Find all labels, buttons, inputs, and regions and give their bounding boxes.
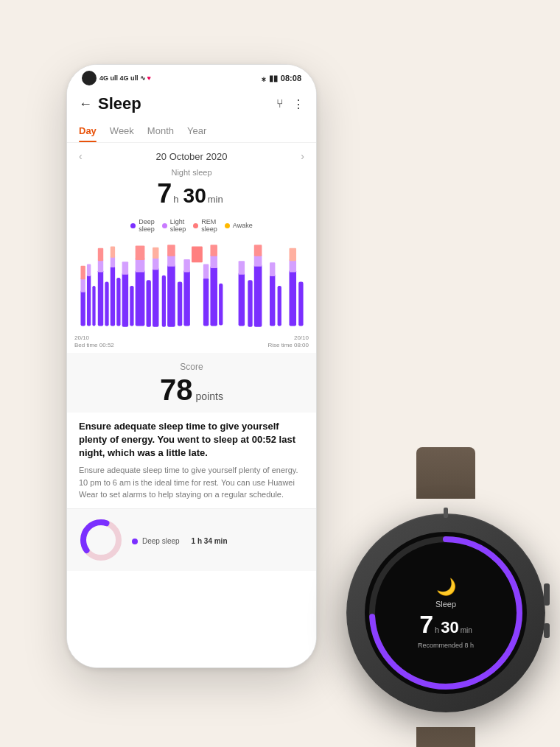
score-unit: points [196,390,223,402]
svg-rect-33 [153,258,158,270]
svg-rect-6 [111,266,115,326]
svg-rect-11 [147,280,151,326]
battery-icon: ▮▮ [269,74,278,83]
svg-rect-27 [80,278,85,292]
svg-rect-21 [248,280,252,326]
wifi-icon: ∿ [140,74,146,82]
svg-rect-31 [122,262,128,274]
advice-normal: Ensure adequate sleep time to give yours… [67,464,316,508]
signal-text: 4G ull 4G ull [99,74,139,82]
sleep-duration: 7 h 30 min [67,178,316,209]
svg-rect-5 [105,282,108,326]
chart-time-labels: 20/10 Bed time 00:52 20/10 Rise time 08:… [74,333,309,351]
svg-rect-22 [254,264,262,327]
date-nav: ‹ 20 October 2020 › [67,143,316,165]
score-number: 78 [160,374,193,407]
svg-rect-19 [219,284,223,326]
chart-start-label: 20/10 Bed time 00:52 [74,334,114,350]
sleep-minutes: 30 [183,184,206,208]
svg-rect-1 [80,290,85,326]
svg-rect-37 [210,254,217,268]
svg-rect-38 [239,261,245,275]
watch-hours: 7 [419,610,433,639]
svg-rect-12 [153,267,158,327]
svg-rect-13 [162,276,166,327]
watch-minutes: 30 [441,618,458,637]
svg-rect-28 [87,264,91,276]
watch-crown [444,508,448,518]
svg-rect-3 [92,286,95,326]
svg-rect-9 [130,286,133,326]
deep-sleep-stage-label: Deep sleep [142,537,180,545]
back-button[interactable]: ← [79,97,92,112]
watch-screen: 🌙 Sleep 7 h 30 min Recommended 8 h [365,532,527,694]
deep-sleep-label: Deepsleep [139,218,155,233]
svg-rect-44 [111,247,115,258]
tab-day[interactable]: Day [79,121,97,142]
svg-rect-46 [153,248,158,259]
watch-button-bottom [544,623,550,638]
tabs: Day Week Month Year [67,121,316,143]
svg-rect-48 [192,247,203,263]
svg-rect-26 [298,282,303,326]
svg-rect-29 [98,259,103,272]
watch-body: 🌙 Sleep 7 h 30 min Recommended 8 h [346,513,545,712]
svg-rect-36 [203,264,209,279]
watch-recommended: Recommended 8 h [418,642,474,649]
svg-rect-47 [167,245,175,256]
sleep-hours-unit: h [173,194,178,205]
tab-week[interactable]: Week [110,121,134,142]
watch-sleep-label: Sleep [435,600,456,609]
next-date-button[interactable]: › [301,150,304,162]
tab-month[interactable]: Month [147,121,174,142]
svg-rect-43 [98,248,103,261]
deep-sleep-stage-time: 1 h 34 min [192,537,228,545]
score-value: 78 points [67,374,316,407]
svg-rect-24 [278,286,281,326]
svg-rect-20 [239,272,245,326]
light-sleep-label: Lightsleep [170,218,186,233]
svg-rect-51 [290,248,297,261]
phone: 4G ull 4G ull ∿ ♥ ⁎ ▮▮ 08:08 ← Sleep ⑂ ⋮ [66,64,317,668]
awake-label: Awake [233,222,253,229]
tab-year[interactable]: Year [187,121,206,142]
svg-rect-2 [87,274,91,326]
svg-rect-45 [136,245,145,260]
app-header: ← Sleep ⑂ ⋮ [67,88,316,121]
watch-time-display: 7 h 30 min [419,610,472,639]
status-bar: 4G ull 4G ull ∿ ♥ ⁎ ▮▮ 08:08 [67,65,316,88]
svg-rect-25 [290,270,297,326]
svg-rect-34 [167,254,175,266]
donut-label: Deep sleep 1 h 34 min [132,534,228,545]
smartwatch: 🌙 Sleep 7 h 30 min Recommended 8 h [346,491,545,690]
score-label: Score [67,362,316,372]
watch-strap-top [416,447,475,499]
watch-h-unit: h [435,625,439,634]
svg-rect-49 [210,245,217,256]
signal-icons: 4G ull 4G ull ∿ ♥ [99,74,151,82]
legend: Deepsleep Lightsleep REMsleep Awake [67,215,316,239]
deep-sleep-stage: Deep sleep 1 h 34 min [132,537,228,545]
sleep-chart [74,242,309,330]
svg-rect-8 [122,272,128,326]
svg-rect-39 [254,254,262,266]
sleep-label: Night sleep [67,168,316,177]
awake-dot [225,223,230,228]
chart-end-label: 20/10 Rise time 08:00 [267,334,309,350]
svg-rect-30 [111,256,115,267]
share-icon[interactable]: ⑂ [276,97,284,111]
bluetooth-icon: ⁎ [262,74,266,83]
svg-rect-41 [290,259,297,272]
svg-rect-40 [270,262,275,276]
app-title: Sleep [98,94,276,113]
legend-awake: Awake [225,218,253,233]
more-icon[interactable]: ⋮ [293,97,304,111]
rem-sleep-dot [193,223,198,228]
prev-date-button[interactable]: ‹ [79,150,83,162]
watch-button-top [544,583,550,606]
advice-bold: Ensure adequate sleep time to give yours… [67,413,316,465]
svg-rect-16 [183,270,189,326]
svg-rect-23 [270,274,275,326]
scene: 4G ull 4G ull ∿ ♥ ⁎ ▮▮ 08:08 ← Sleep ⑂ ⋮ [29,42,531,705]
bottom-stats: Deep sleep 1 h 34 min [67,508,316,571]
